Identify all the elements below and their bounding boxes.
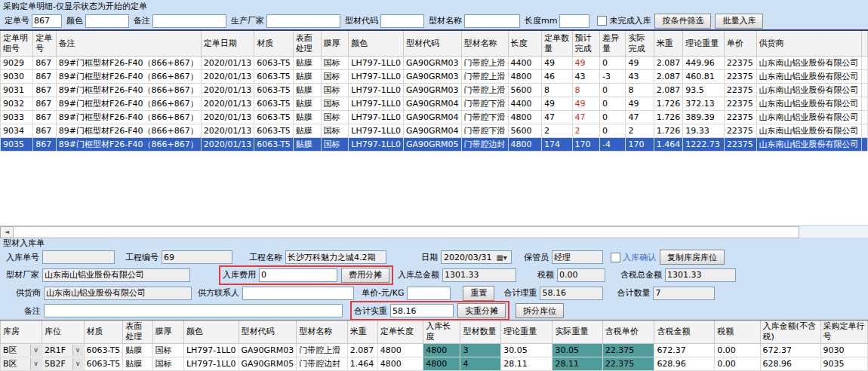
cell: 6063-T5 [84,357,123,370]
cell: 22375 [724,124,756,138]
keeper-input[interactable] [552,250,603,264]
column-header: 定单日期 [201,31,254,57]
cell-text: B区 [3,345,17,355]
cell: 9030 [820,343,867,357]
column-header: 长度 [508,31,541,57]
cell: 30.05 [501,343,553,357]
theo-weight-input[interactable] [540,287,603,300]
cell: 6063-T5 [84,343,123,357]
column-header: 型材代码 [403,31,461,57]
split-location-button[interactable]: 拆分库位 [516,303,564,318]
table-row[interactable]: 903086789#门框型材F26-F40（866+867）2020/01/13… [1,70,868,84]
cell: 170 [572,138,600,152]
fee-highlight-box: 入库费用 费用分摊 [219,265,393,285]
date-picker[interactable]: 2020/03/31 ▦▾ [441,250,512,264]
order-no-label: 定单号 [5,15,29,26]
cell: 867 [33,97,57,111]
cell: 2020/01/13 [201,124,254,138]
bottom-remark-input[interactable] [44,304,343,317]
cell: 门带腔下滑 [461,124,508,138]
order-no-input[interactable] [32,14,62,28]
total-amount-label: 入库总金额 [398,269,439,281]
remark-input[interactable] [152,14,226,28]
profile-code-input[interactable] [380,14,424,28]
cell: 49 [542,97,572,111]
inbound-no-input[interactable] [42,250,115,264]
tax-total-input[interactable] [665,268,736,282]
cell: 9029 [1,57,33,70]
column-header: 采购定单行号 [820,320,867,343]
cell: 867 [33,70,57,84]
project-name-input[interactable] [285,250,386,264]
cell: B区∨ [1,357,42,370]
table-row[interactable]: 903386789#门框型材F26-F40（866+867）2020/01/13… [1,111,868,124]
table-row[interactable]: B区∨2R1F∨6063-T5贴膜国标LH797-1LL0GA90GRM03门带… [1,343,868,357]
total-amount-input[interactable] [442,268,516,282]
fee-input[interactable] [259,268,337,282]
cell [861,124,867,138]
copy-location-button[interactable]: 复制库房库位 [660,250,725,265]
date-value: 2020/03/31 [444,253,491,262]
scroll-left-icon[interactable]: ◄ [0,226,14,238]
fee-share-button[interactable]: 费用分摊 [341,268,389,283]
cell: 5600 [508,124,541,138]
tax-input[interactable] [557,268,605,282]
column-header: 米重 [347,320,377,343]
fee-label: 入库费用 [223,269,256,281]
cell: 4800 [508,138,541,152]
unit-price-input[interactable] [407,287,451,300]
cell: 国标 [321,111,349,124]
cell: B区∨ [1,343,42,357]
table-row[interactable]: B区∨5B2F∨6063-T5贴膜国标LH797-1LL0GA90GRM05门带… [1,357,868,370]
cell: 9030 [1,70,33,84]
supplier-input[interactable] [44,287,192,300]
manufacturer-input[interactable] [266,14,340,28]
unfinished-checkbox[interactable] [597,16,607,26]
project-no-label: 工程编号 [125,252,159,263]
dropdown-arrow-icon[interactable]: ∨ [30,345,41,356]
batch-inbound-button[interactable]: 批量入库 [715,14,763,29]
cell: GA90GRM03 [239,343,297,357]
column-header: 理论重量 [683,31,724,57]
tax-total-label: 含税总金额 [620,269,662,281]
factory-input[interactable] [42,268,190,282]
cell: 28.11 [553,357,602,370]
cell: LH797-1LL0 [349,97,404,111]
color-input[interactable] [85,14,129,28]
cell: 6063-T5 [254,124,294,138]
cell: 47 [626,111,654,124]
qty-input[interactable] [653,287,715,300]
contact-input[interactable] [242,287,354,300]
column-header: 入库金额(不含税) [760,320,820,343]
dropdown-arrow-icon[interactable]: ∨ [72,358,83,369]
filter-by-condition-button[interactable]: 按条件筛选 [654,14,711,29]
scrollbar-thumb[interactable] [13,226,799,238]
dropdown-arrow-icon[interactable]: ∨ [30,358,41,369]
cell: 9033 [1,111,33,124]
profile-name-input[interactable] [464,14,520,28]
cell: 9031 [1,84,33,97]
table-row[interactable]: 903486789#门框型材F26-F40（866+867）2020/01/13… [1,124,868,138]
length-input[interactable] [559,14,589,28]
column-header: 含税单价 [602,320,654,343]
cell: GA90GRM03 [403,84,461,97]
horizontal-scrollbar[interactable]: ◄ [0,225,868,238]
table-row[interactable]: 903186789#门框型材F26-F40（866+867）2020/01/13… [1,84,868,97]
weight-share-button[interactable]: 实重分摊 [457,303,506,318]
dropdown-arrow-icon[interactable]: ∨ [72,345,83,356]
actual-weight-input[interactable] [390,304,454,317]
project-no-input[interactable] [162,250,232,264]
reset-button[interactable]: 重置 [463,286,494,301]
column-header: 材质 [254,31,294,57]
inbound-confirm-checkbox[interactable] [611,253,620,262]
table-row[interactable]: 903286789#门框型材F26-F40（866+867）2020/01/13… [1,97,868,111]
column-header: 定单明细号 [1,31,33,57]
cell: 2.087 [654,70,683,84]
table-row[interactable]: 903586789#门框型材F26-F40（866+867）2020/01/13… [1,138,868,152]
table-row[interactable]: 902986789#门框型材F26-F40（866+867）2020/01/13… [1,57,868,70]
calendar-icon[interactable]: ▦▾ [496,253,506,262]
cell: 1.726 [654,124,683,138]
page-title: 采购定单明细-仅显示状态为开始的定单 [0,0,868,12]
cell: 0 [600,84,626,97]
cell: 89#门框型材F26-F40（866+867） [56,97,201,111]
